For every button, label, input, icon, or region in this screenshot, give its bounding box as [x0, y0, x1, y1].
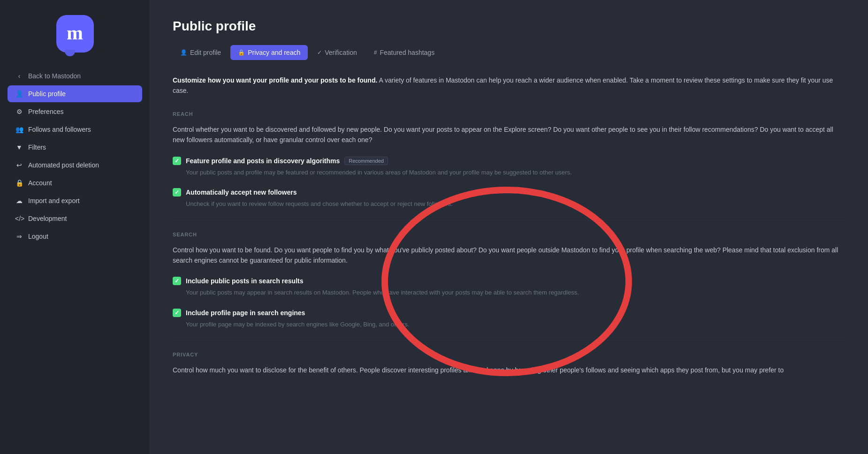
follows-label: Follows and followers	[28, 126, 91, 133]
tab-featured-hashtags-label: Featured hashtags	[380, 49, 434, 56]
page-title: Public profile	[173, 19, 845, 34]
recommended-badge: Recommended	[344, 157, 388, 165]
reach-section-label: REACH	[173, 111, 845, 117]
back-label: Back to Mastodon	[28, 72, 81, 80]
nav-item-import-export[interactable]: ☁ Import and export	[8, 192, 142, 209]
nav-item-development[interactable]: </> Development	[8, 210, 142, 227]
nav-item-account[interactable]: 🔒 Account	[8, 174, 142, 191]
chevron-left-icon: ‹	[15, 72, 23, 80]
nav-list: ‹ Back to Mastodon 👤 Public profile ⚙ Pr…	[0, 68, 150, 246]
logo-tail	[65, 50, 75, 56]
feature-discovery-title: Feature profile and posts in discovery a…	[186, 157, 340, 165]
logout-icon: ⇒	[15, 233, 23, 240]
nav-item-public-profile[interactable]: 👤 Public profile	[8, 85, 142, 102]
include-profile-title: Include profile page in search engines	[186, 309, 305, 317]
intro-bold: Customize how you want your profile and …	[173, 76, 377, 84]
main-content: Public profile 👤 Edit profile 🔒 Privacy …	[150, 0, 868, 454]
include-posts-header: Include public posts in search results	[173, 277, 845, 285]
nav-item-auto-delete[interactable]: ↩ Automated post deletion	[8, 157, 142, 174]
intro-paragraph: Customize how you want your profile and …	[173, 75, 845, 96]
follows-link[interactable]: 👥 Follows and followers	[8, 121, 142, 138]
code-icon: </>	[15, 215, 23, 222]
import-export-link[interactable]: ☁ Import and export	[8, 192, 142, 209]
tabs-bar: 👤 Edit profile 🔒 Privacy and reach ✓ Ver…	[173, 45, 845, 60]
feature-discovery-checkbox[interactable]	[173, 157, 181, 165]
include-profile-desc: Your profile page may be indexed by sear…	[173, 320, 845, 329]
user-tab-icon: 👤	[180, 49, 187, 56]
tab-edit-profile-label: Edit profile	[190, 49, 221, 56]
logout-link[interactable]: ⇒ Logout	[8, 228, 142, 245]
development-label: Development	[28, 215, 67, 222]
include-profile-checkbox[interactable]	[173, 309, 181, 317]
filters-label: Filters	[28, 144, 46, 151]
tab-edit-profile[interactable]: 👤 Edit profile	[173, 45, 228, 60]
check-tab-icon: ✓	[317, 49, 322, 56]
search-section: SEARCH Control how you want to be found.…	[173, 232, 845, 329]
include-profile-setting: Include profile page in search engines Y…	[173, 309, 845, 329]
reach-description: Control whether you want to be discovere…	[173, 124, 845, 145]
account-link[interactable]: 🔒 Account	[8, 174, 142, 191]
tab-featured-hashtags[interactable]: # Featured hashtags	[366, 45, 442, 60]
nav-item-back[interactable]: ‹ Back to Mastodon	[8, 68, 142, 84]
filters-link[interactable]: ▼ Filters	[8, 139, 142, 156]
reach-search-divider	[173, 220, 845, 220]
auto-accept-title: Automatically accept new followers	[186, 189, 297, 196]
back-to-mastodon-link[interactable]: ‹ Back to Mastodon	[8, 68, 142, 84]
auto-accept-checkbox[interactable]	[173, 188, 181, 197]
cloud-icon: ☁	[15, 197, 23, 204]
tab-verification-label: Verification	[325, 49, 357, 56]
preferences-label: Preferences	[28, 108, 63, 115]
mastodon-logo	[56, 15, 94, 53]
auto-delete-link[interactable]: ↩ Automated post deletion	[8, 157, 142, 174]
feature-discovery-header: Feature profile and posts in discovery a…	[173, 157, 845, 165]
include-posts-desc: Your public posts may appear in search r…	[173, 288, 845, 297]
search-privacy-divider	[173, 340, 845, 340]
public-profile-label: Public profile	[28, 90, 66, 98]
hashtag-tab-icon: #	[374, 49, 377, 56]
auto-accept-header: Automatically accept new followers	[173, 188, 845, 197]
tab-privacy-reach-label: Privacy and reach	[248, 49, 300, 56]
import-export-label: Import and export	[28, 197, 80, 204]
reach-section: REACH Control whether you want to be dis…	[173, 111, 845, 209]
logo	[56, 15, 94, 53]
privacy-section: PRIVACY Control how much you want to dis…	[173, 352, 845, 375]
feature-discovery-desc: Your public posts and profile may be fea…	[173, 168, 845, 177]
search-description: Control how you want to be found. Do you…	[173, 245, 845, 266]
include-posts-title: Include public posts in search results	[186, 277, 304, 285]
development-link[interactable]: </> Development	[8, 210, 142, 227]
lock-icon: 🔒	[15, 179, 23, 187]
include-profile-header: Include profile page in search engines	[173, 309, 845, 317]
auto-accept-setting: Automatically accept new followers Unche…	[173, 188, 845, 209]
logout-label: Logout	[28, 233, 48, 240]
privacy-description: Control how much you want to disclose fo…	[173, 365, 845, 375]
auto-delete-label: Automated post deletion	[28, 161, 99, 169]
public-profile-link[interactable]: 👤 Public profile	[8, 85, 142, 102]
feature-discovery-setting: Feature profile and posts in discovery a…	[173, 157, 845, 177]
tab-privacy-reach[interactable]: 🔒 Privacy and reach	[230, 45, 308, 60]
auto-accept-desc: Uncheck if you want to review follow req…	[173, 199, 845, 209]
lock-tab-icon: 🔒	[238, 49, 245, 56]
nav-item-preferences[interactable]: ⚙ Preferences	[8, 103, 142, 120]
delete-icon: ↩	[15, 161, 23, 169]
sidebar: ‹ Back to Mastodon 👤 Public profile ⚙ Pr…	[0, 0, 150, 454]
user-icon: 👤	[15, 90, 23, 98]
search-section-label: SEARCH	[173, 232, 845, 237]
gear-icon: ⚙	[15, 108, 23, 115]
preferences-link[interactable]: ⚙ Preferences	[8, 103, 142, 120]
account-label: Account	[28, 179, 52, 187]
nav-item-filters[interactable]: ▼ Filters	[8, 139, 142, 156]
nav-item-logout[interactable]: ⇒ Logout	[8, 228, 142, 245]
privacy-section-label: PRIVACY	[173, 352, 845, 357]
tab-verification[interactable]: ✓ Verification	[310, 45, 364, 60]
filter-icon: ▼	[15, 144, 23, 151]
include-posts-setting: Include public posts in search results Y…	[173, 277, 845, 297]
nav-item-follows[interactable]: 👥 Follows and followers	[8, 121, 142, 138]
people-icon: 👥	[15, 126, 23, 133]
include-posts-checkbox[interactable]	[173, 277, 181, 285]
